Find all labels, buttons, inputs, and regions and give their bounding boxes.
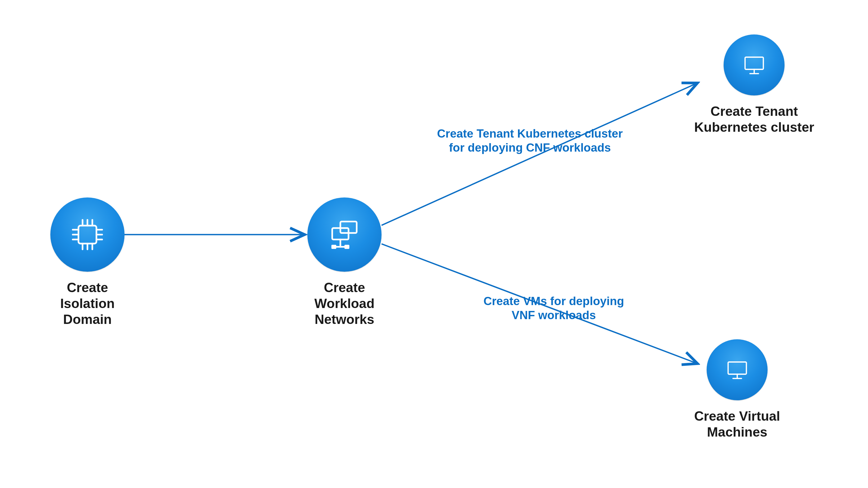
diagram-canvas: Create Isolation Domain Create Workload … [0, 0, 868, 488]
edge-label-workload-to-vm: Create VMs for deploying VNF workloads [461, 294, 647, 322]
node-isolation-domain: Create Isolation Domain [50, 197, 125, 327]
node-virtual-machines: Create Virtual Machines [694, 339, 780, 440]
chip-icon [67, 214, 108, 255]
kubernetes-cluster-circle [723, 34, 784, 95]
virtual-machines-circle [707, 339, 768, 400]
isolation-domain-label: Create Isolation Domain [60, 280, 115, 327]
virtual-machines-label: Create Virtual Machines [694, 408, 780, 440]
networked-monitors-icon [324, 214, 365, 255]
svg-rect-23 [728, 362, 746, 374]
monitor-icon [739, 50, 769, 80]
svg-rect-0 [79, 225, 96, 244]
workload-networks-label: Create Workload Networks [314, 280, 375, 327]
kubernetes-cluster-label: Create Tenant Kubernetes cluster [694, 103, 814, 135]
svg-rect-20 [745, 57, 763, 69]
node-workload-networks: Create Workload Networks [307, 197, 381, 327]
workload-networks-circle [307, 197, 381, 272]
monitor-icon [722, 355, 752, 385]
isolation-domain-circle [50, 197, 125, 272]
node-kubernetes-cluster: Create Tenant Kubernetes cluster [694, 34, 814, 135]
edge-label-workload-to-kube: Create Tenant Kubernetes cluster for dep… [421, 127, 639, 155]
